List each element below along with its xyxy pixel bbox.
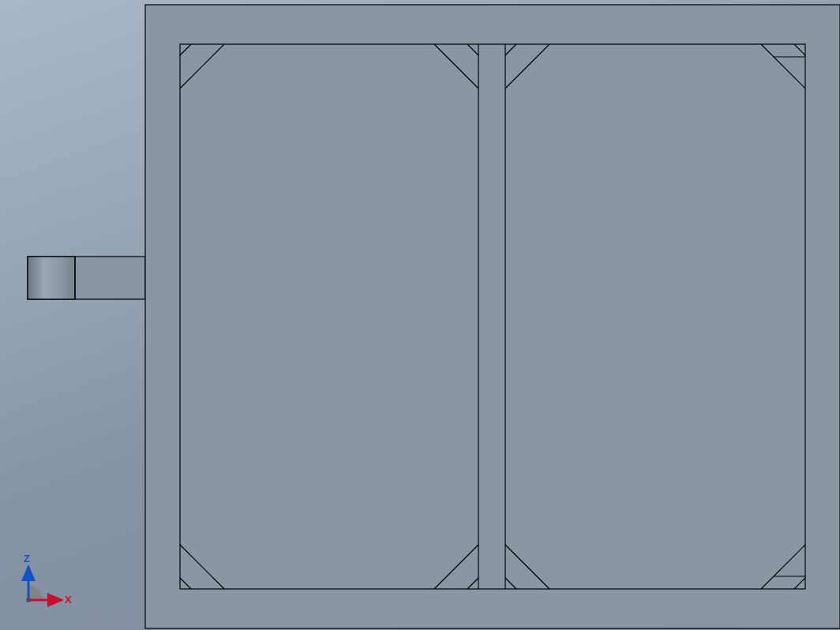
triad-origin-icon (28, 586, 43, 600)
inner-recess (180, 44, 805, 589)
axis-triad[interactable]: X Z (13, 548, 84, 619)
shaft-cap (28, 257, 75, 299)
model-canvas[interactable] (0, 0, 840, 630)
cad-viewport[interactable]: X Z (0, 0, 840, 630)
z-axis-label: Z (24, 553, 30, 564)
shaft-assembly (28, 257, 145, 299)
x-axis-label: X (65, 594, 72, 606)
